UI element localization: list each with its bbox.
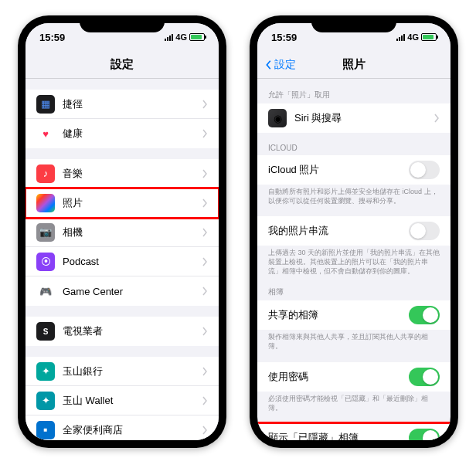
row-label: Podcast bbox=[63, 256, 197, 267]
settings-row-health[interactable]: ♥健康 bbox=[26, 119, 219, 148]
row-label: 玉山銀行 bbox=[63, 365, 197, 378]
back-label: 設定 bbox=[274, 58, 296, 72]
settings-row-esun-bank[interactable]: ✦玉山銀行 bbox=[26, 357, 219, 386]
signal-icon bbox=[165, 34, 173, 41]
row-我的照片串流[interactable]: 我的照片串流 bbox=[257, 216, 450, 246]
health-icon: ♥ bbox=[36, 124, 55, 143]
status-time: 15:59 bbox=[39, 32, 65, 43]
row-label: 共享的相簿 bbox=[268, 308, 409, 322]
row-label: Game Center bbox=[63, 286, 197, 297]
settings-list[interactable]: ▦捷徑♥健康♪音樂照片📷相機⦿Podcast🎮Game CenterS電視業者✦… bbox=[26, 79, 219, 440]
back-button[interactable]: 設定 bbox=[264, 58, 296, 72]
row-label: 使用密碼 bbox=[268, 370, 409, 384]
toggle-switch[interactable] bbox=[409, 222, 440, 240]
photos-icon bbox=[36, 194, 55, 212]
page-title: 設定 bbox=[110, 57, 134, 72]
camera-icon: 📷 bbox=[36, 223, 55, 242]
settings-row-shortcuts[interactable]: ▦捷徑 bbox=[26, 90, 219, 119]
toggle-switch[interactable] bbox=[409, 429, 440, 440]
row-顯示「已隱藏」相簿[interactable]: 顯示「已隱藏」相簿 bbox=[257, 423, 450, 440]
settings-row-gamecenter[interactable]: 🎮Game Center bbox=[26, 276, 219, 306]
gamecenter-icon: 🎮 bbox=[36, 282, 55, 300]
esun-wallet-icon: ✦ bbox=[36, 392, 55, 410]
settings-row-familymart[interactable]: ■全家便利商店 bbox=[26, 415, 219, 440]
network-label: 4G bbox=[407, 32, 419, 42]
row-label: 電視業者 bbox=[63, 324, 197, 338]
row-label: 捷徑 bbox=[63, 97, 197, 111]
row-label: Siri 與搜尋 bbox=[294, 111, 429, 125]
chevron-right-icon bbox=[202, 327, 208, 336]
chevron-right-icon bbox=[202, 129, 208, 138]
settings-row-photos[interactable]: 照片 bbox=[26, 188, 219, 218]
settings-row-podcast[interactable]: ⦿Podcast bbox=[26, 247, 219, 276]
row-label: 我的照片串流 bbox=[268, 224, 409, 238]
page-title: 照片 bbox=[342, 57, 366, 72]
chevron-right-icon bbox=[202, 426, 208, 435]
shortcuts-icon: ▦ bbox=[36, 95, 55, 114]
chevron-right-icon bbox=[202, 198, 208, 208]
section-header: ICLOUD bbox=[257, 144, 450, 155]
row-共享的相簿[interactable]: 共享的相簿 bbox=[257, 300, 450, 330]
row-Siri 與搜尋[interactable]: ◉Siri 與搜尋 bbox=[257, 103, 450, 133]
settings-row-esun-wallet[interactable]: ✦玉山 Wallet bbox=[26, 386, 219, 415]
siri-icon: ◉ bbox=[268, 109, 287, 127]
row-label: 全家便利商店 bbox=[63, 423, 197, 437]
familymart-icon: ■ bbox=[36, 421, 55, 439]
battery-icon bbox=[421, 33, 437, 41]
network-label: 4G bbox=[175, 32, 187, 42]
row-label: 玉山 Wallet bbox=[63, 394, 197, 408]
section-footer: 製作相簿來與其他人共享，並且訂閱其他人共享的相簿。 bbox=[257, 330, 450, 351]
settings-row-camera[interactable]: 📷相機 bbox=[26, 218, 219, 247]
battery-icon bbox=[189, 33, 205, 41]
toggle-switch[interactable] bbox=[409, 368, 440, 386]
tvprovider-icon: S bbox=[36, 322, 55, 341]
status-time: 15:59 bbox=[271, 32, 297, 43]
notch bbox=[80, 15, 165, 32]
phone-right: 15:59 4G 設定 照片 允許「照片」取用◉Siri 與搜尋ICLOUDiC… bbox=[250, 15, 458, 448]
chevron-right-icon bbox=[202, 100, 208, 109]
photos-settings[interactable]: 允許「照片」取用◉Siri 與搜尋ICLOUDiCloud 照片自動將所有照片和… bbox=[257, 79, 450, 440]
section-header: 相簿 bbox=[257, 287, 450, 300]
screen-left: 15:59 4G 設定 ▦捷徑♥健康♪音樂照片📷相機⦿Podcast🎮Game … bbox=[26, 23, 219, 440]
settings-row-tvprovider[interactable]: S電視業者 bbox=[26, 317, 219, 346]
section-footer: 自動將所有照片和影片上傳並安全地儲存在 iCloud 上，以便你可以從任何裝置瀏… bbox=[257, 185, 450, 205]
screen-right: 15:59 4G 設定 照片 允許「照片」取用◉Siri 與搜尋ICLOUDiC… bbox=[257, 23, 450, 440]
chevron-right-icon bbox=[202, 287, 208, 296]
signal-icon bbox=[396, 34, 405, 41]
row-label: 顯示「已隱藏」相簿 bbox=[268, 431, 409, 440]
row-使用密碼[interactable]: 使用密碼 bbox=[257, 362, 450, 392]
chevron-right-icon bbox=[202, 367, 208, 376]
status-right: 4G bbox=[165, 32, 205, 42]
settings-row-music[interactable]: ♪音樂 bbox=[26, 159, 219, 188]
section-footer: 上傳過去 30 天的新照片並使用「我的照片串流」在其他裝置上檢視。其他裝置上的照… bbox=[257, 246, 450, 276]
chevron-right-icon bbox=[202, 257, 208, 266]
row-iCloud 照片[interactable]: iCloud 照片 bbox=[257, 155, 450, 185]
podcast-icon: ⦿ bbox=[36, 253, 55, 271]
chevron-right-icon bbox=[434, 114, 440, 123]
notch bbox=[311, 15, 396, 32]
nav-bar: 設定 照片 bbox=[257, 51, 450, 79]
chevron-right-icon bbox=[202, 169, 208, 178]
music-icon: ♪ bbox=[36, 164, 55, 183]
chevron-right-icon bbox=[202, 396, 208, 405]
toggle-switch[interactable] bbox=[409, 306, 440, 324]
section-footer: 必須使用密碼才能檢視「已隱藏」和「最近刪除」相簿。 bbox=[257, 392, 450, 412]
esun-bank-icon: ✦ bbox=[36, 362, 55, 381]
row-label: 音樂 bbox=[63, 167, 197, 181]
chevron-right-icon bbox=[202, 228, 208, 237]
row-label: 健康 bbox=[63, 127, 197, 141]
row-label: 照片 bbox=[63, 196, 197, 210]
phone-left: 15:59 4G 設定 ▦捷徑♥健康♪音樂照片📷相機⦿Podcast🎮Game … bbox=[18, 15, 226, 448]
toggle-switch[interactable] bbox=[409, 161, 440, 179]
status-right: 4G bbox=[396, 32, 437, 42]
row-label: 相機 bbox=[63, 226, 197, 239]
nav-bar: 設定 bbox=[26, 51, 219, 79]
row-label: iCloud 照片 bbox=[268, 163, 409, 177]
section-header: 允許「照片」取用 bbox=[257, 90, 450, 103]
chevron-left-icon bbox=[264, 59, 274, 70]
